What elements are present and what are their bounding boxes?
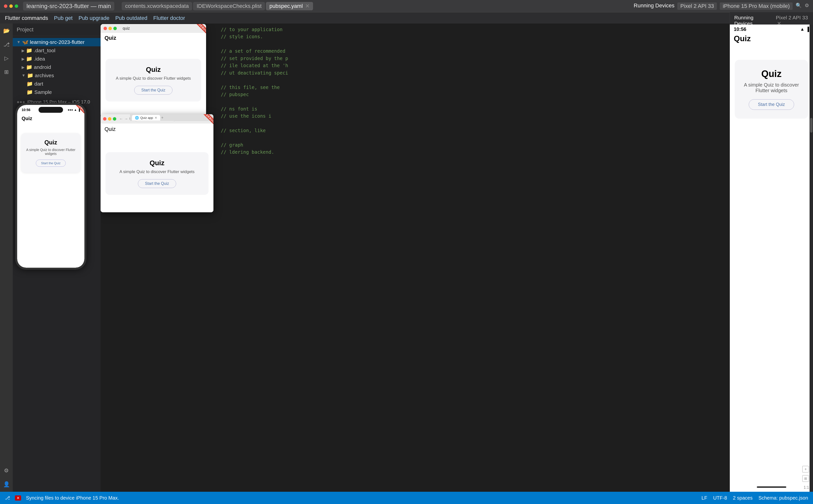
flutter-doctor-btn[interactable]: Flutter doctor [153, 15, 185, 21]
browser-quiz-card: Quiz A simple Quiz to discover Flutter w… [105, 152, 209, 195]
search-icon[interactable]: 🔍 [796, 2, 802, 10]
code-line-2: // style icons. [221, 33, 725, 40]
flutter-window-title: quiz [123, 26, 130, 31]
accounts-icon-btn[interactable]: 👤 [2, 480, 11, 489]
running-devices-label: Running Devices [634, 2, 675, 10]
run-icon-btn[interactable]: ▷ [2, 54, 11, 63]
folder-icon: 📁 [26, 64, 32, 70]
tab-close-icon[interactable]: ✕ [305, 3, 310, 9]
minimize-dot[interactable] [108, 27, 112, 30]
iphone-small-app-title: Quiz [22, 116, 32, 121]
scrollbar-thumb[interactable] [810, 118, 813, 133]
maximize-dot[interactable] [113, 27, 117, 30]
flutter-commands-btn[interactable]: Flutter commands [5, 15, 48, 21]
maximize-dot[interactable] [113, 117, 116, 121]
forward-btn[interactable]: → [124, 117, 128, 121]
device-controls: + ⊞ [802, 466, 809, 482]
tree-item-label: .idea [34, 56, 45, 62]
close-dot[interactable] [103, 117, 106, 121]
settings-icon: ⚙ [4, 467, 9, 474]
close-dot[interactable] [4, 4, 7, 8]
tab-close-icon[interactable]: ✕ [154, 116, 157, 120]
code-line-16 [221, 134, 725, 141]
pixel-tab[interactable]: Pixel 2 API 33 [677, 2, 717, 10]
tree-item-idea[interactable]: ▶ 📁 .idea [13, 55, 101, 63]
files-icon: 📂 [3, 28, 10, 34]
iphone-small-start-quiz-btn[interactable]: Start the Quiz [36, 160, 65, 167]
flutter-desktop-window: quiz DEBUG Quiz Quiz A simple Quiz to di… [100, 24, 206, 117]
minimize-dot[interactable] [9, 4, 13, 8]
iphone-small-card-title: Quiz [26, 139, 75, 146]
close-dot[interactable] [103, 27, 107, 30]
rp-tab-label: Pixel 2 API 33 [776, 15, 808, 20]
back-btn[interactable]: ← [119, 117, 123, 121]
large-iphone-start-quiz-btn[interactable]: Start the Quiz [749, 99, 794, 110]
large-iphone-container: DEBUG 10:56 ▲ ▐ Quiz Quiz A simple Quiz … [730, 25, 813, 492]
tree-item-android[interactable]: ▶ 📁 android [13, 63, 101, 71]
iphone-selector[interactable]: iPhone 15 Pro Max (mobile) [720, 2, 793, 10]
tree-item-dart-tool[interactable]: ▶ 📁 .dart_tool [13, 46, 101, 55]
window-dots [103, 27, 117, 30]
signal-icon: ▲ [74, 108, 77, 112]
ratio-label: 1:1 [804, 485, 809, 490]
tree-item-label: dart [34, 81, 43, 87]
browser-start-quiz-btn[interactable]: Start the Quiz [138, 179, 176, 188]
explorer-icon-btn[interactable]: 📂 [2, 26, 11, 35]
new-tab-btn[interactable]: + [161, 115, 163, 120]
large-iphone-time: 10:56 [734, 26, 746, 32]
tab-contents-xcworkspacedata[interactable]: contents.xcworkspacedata [122, 2, 192, 10]
tree-item-dart[interactable]: 📁 dart [13, 80, 101, 88]
code-line-11 [221, 98, 725, 105]
folder-icon: 📁 [27, 73, 33, 78]
pub-upgrade-btn[interactable]: Pub upgrade [78, 15, 109, 21]
tree-item-label: android [34, 64, 51, 70]
tab-ideworkspacechecks[interactable]: IDEWorkspaceChecks.plist [193, 2, 265, 10]
large-iphone-app-title: Quiz [734, 34, 751, 43]
code-line-14 [221, 120, 725, 127]
folder-icon: 🦋 [22, 39, 28, 45]
code-editor: // to your application // style icons. /… [216, 24, 730, 492]
folder-icon: 📁 [26, 56, 32, 62]
browser-tab-label: Quiz app [140, 116, 153, 120]
status-bar: ⎇ ✕ Syncing files to device iPhone 15 Pr… [0, 492, 813, 504]
iphone-small-simulator: DEBUG 10:56 ●●● ▲ ▐ Quiz Quiz A simple Q… [15, 103, 86, 270]
git-icon-btn[interactable]: ⎇ [2, 40, 11, 49]
main-area: quiz DEBUG Quiz Quiz A simple Quiz to di… [100, 24, 730, 492]
line-ending-label: LF [702, 495, 707, 501]
editor-tabs: contents.xcworkspacedata IDEWorkspaceChe… [122, 2, 629, 10]
pub-get-btn[interactable]: Pub get [54, 15, 73, 21]
right-panel: Running Devices Pixel 2 API 33 ✕ DEBUG 1… [730, 12, 813, 492]
iphone-notch [38, 107, 63, 113]
tab-pubspec-yaml[interactable]: pubspec.yaml ✕ [266, 2, 313, 10]
browser-active-tab[interactable]: 🌐 Quiz app ✕ [132, 115, 160, 121]
tree-item-sample[interactable]: 📁 Sample [13, 88, 101, 96]
expand-arrow: ▶ [22, 65, 25, 70]
code-line-13: // use the icons i [221, 113, 725, 120]
aspect-ratio-icon-btn[interactable]: ⊞ [802, 475, 809, 482]
iphone-small-quiz-card: Quiz A simple Quiz to discover Flutter w… [21, 133, 80, 173]
code-line-6: // ile located at the 'h [221, 62, 725, 69]
code-line-12: // ns font is [221, 105, 725, 113]
tree-item-root[interactable]: ▼ 🦋 learning-src-2023-flutter [13, 38, 101, 46]
tree-item-archives[interactable]: ▼ 📁 archives [13, 71, 101, 80]
extensions-icon-btn[interactable]: ⊞ [2, 68, 11, 76]
menu-bar: learning-src-2023-flutter — main content… [0, 0, 813, 12]
git-icon: ⎇ [3, 41, 10, 48]
settings-icon[interactable]: ⚙ [805, 2, 809, 10]
add-icon-btn[interactable]: + [802, 466, 809, 473]
status-bar-right: LF UTF-8 2 spaces Schema: pubspec.json [702, 495, 808, 501]
sidebar-header: Project [13, 24, 101, 36]
code-line-9: // this file, see the [221, 84, 725, 91]
flutter-window-app-title: Quiz [100, 33, 206, 43]
flutter-window-start-quiz-btn[interactable]: Start the Quiz [134, 86, 172, 95]
maximize-dot[interactable] [15, 4, 18, 8]
pub-outdated-btn[interactable]: Pub outdated [115, 15, 147, 21]
flutter-toolbar: Flutter commands Pub get Pub upgrade Pub… [0, 12, 813, 24]
settings-icon-btn[interactable]: ⚙ [2, 466, 11, 475]
wifi-icon: ●●● [68, 108, 73, 112]
code-line-1: // to your application [221, 26, 725, 33]
accounts-icon: 👤 [3, 481, 10, 488]
minimize-dot[interactable] [108, 117, 111, 121]
folder-icon: 📁 [26, 81, 33, 87]
iphone-small-app-bar: Quiz [17, 113, 84, 123]
